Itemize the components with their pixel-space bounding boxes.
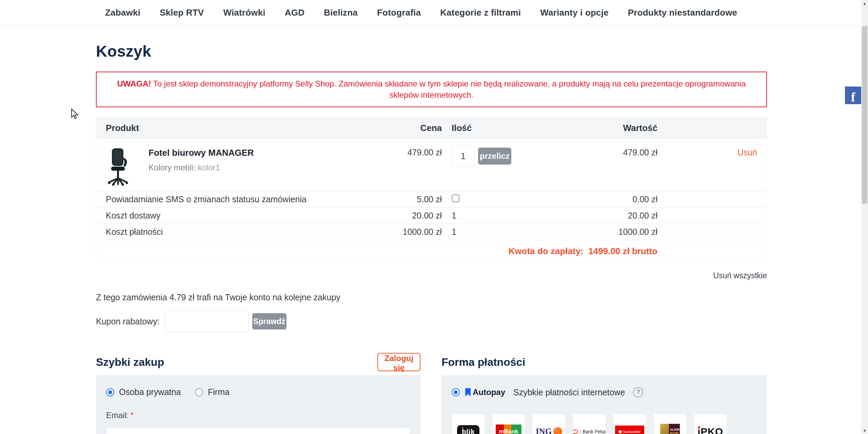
variant-value: kolor1 <box>198 163 220 172</box>
autopay-logo: Autopay <box>465 388 505 397</box>
payment-row-price: 1000.00 zł <box>388 227 442 237</box>
radio-company[interactable] <box>195 388 203 396</box>
nav-item-produkty-niestandardowe[interactable]: Produkty niestandardowe <box>628 7 737 18</box>
top-navigation: Zabawki Sklep RTV Wiatrówki AGD Bielizna… <box>0 0 861 26</box>
coupon-section: Kupon rabatowy: Sprawdź <box>96 310 767 332</box>
coupon-label: Kupon rabatowy: <box>96 317 160 326</box>
mbank-logo: mBank <box>496 424 521 434</box>
ing-lion-icon <box>553 427 562 434</box>
scrollbar-down-arrow-icon[interactable]: ▼ <box>861 427 868 434</box>
mouse-cursor-icon <box>70 109 80 121</box>
sms-row-value: 0.00 zł <box>547 194 657 204</box>
payment-row-value: 1000.00 zł <box>547 227 657 237</box>
remove-item-link[interactable]: Usuń <box>737 148 757 157</box>
nav-item-kategorie-z-filtrami[interactable]: Kategorie z filtrami <box>440 7 521 18</box>
quantity-input[interactable] <box>452 146 475 167</box>
cart-table-header: Produkt Cena Ilość Wartość <box>96 118 767 139</box>
demo-warning-banner: UWAGA!To jest sklep demonstracyjny platf… <box>96 72 767 107</box>
header-product: Produkt <box>106 123 388 133</box>
coupon-input[interactable] <box>165 310 249 332</box>
variant-label: Kolory mebli: <box>149 163 196 172</box>
nav-item-wiatrowki[interactable]: Wiatrówki <box>223 7 265 18</box>
alior-bank-logo: ALIOR BANK <box>660 424 680 434</box>
bank-tile-mbank[interactable]: mBank <box>492 414 525 434</box>
radio-autopay[interactable] <box>452 388 460 396</box>
nav-item-zabawki[interactable]: Zabawki <box>105 7 140 18</box>
loyalty-note: Z tego zamówienia 4.79 zł trafi na Twoje… <box>96 293 767 302</box>
nav-item-bielizna[interactable]: Bielizna <box>324 7 358 18</box>
bank-tile-santander[interactable]: Santander <box>613 414 646 434</box>
page-title: Koszyk <box>96 42 767 60</box>
product-image[interactable] <box>106 148 132 186</box>
total-amount: Kwota do zapłaty: 1499.00 zł brutto <box>106 246 657 257</box>
payment-row-qty: 1 <box>442 227 547 237</box>
radio-private-person-label[interactable]: Osoba prywatna <box>119 387 181 397</box>
radio-company-label[interactable]: Firma <box>208 387 230 397</box>
autopay-icon <box>465 388 471 396</box>
delivery-row-label: Koszt dostawy <box>106 211 388 221</box>
blik-logo: blik <box>457 425 479 434</box>
bank-pekao-logo: | Bank Pekao <box>573 429 606 434</box>
warning-prefix: UWAGA! <box>117 79 151 88</box>
facebook-tab[interactable]: f <box>845 87 861 104</box>
ipko-i: i <box>697 426 701 434</box>
payment-title: Forma płatności <box>441 356 525 369</box>
header-qty: Ilość <box>442 123 547 133</box>
quick-purchase-title: Szybki zakup <box>96 356 164 369</box>
total-value: 1499.00 zł brutto <box>588 246 657 256</box>
ing-text: ING <box>536 427 552 434</box>
cart-table: Produkt Cena Ilość Wartość <box>96 117 767 262</box>
scrollbar-thumb[interactable] <box>862 26 867 204</box>
alior-text-line2: BANK <box>670 432 679 434</box>
ipko-text: PKO <box>701 426 723 434</box>
bank-tile-ing[interactable]: ING <box>532 414 566 434</box>
payment-method-label: Szybkie płatności internetowe <box>513 388 625 397</box>
header-value: Wartość <box>547 123 657 133</box>
pekao-text: Bank Pekao <box>583 429 606 434</box>
email-field[interactable] <box>106 428 410 434</box>
payment-section: Forma płatności Autopay Szybkie płatnośc… <box>441 353 767 434</box>
ing-logo: ING <box>536 427 562 434</box>
product-value: 479.00 zł <box>547 148 657 157</box>
nav-item-agd[interactable]: AGD <box>285 7 304 18</box>
help-icon[interactable]: ? <box>633 387 643 397</box>
email-label: Email:* <box>106 411 410 420</box>
bank-tiles-row-1: blik mBank ING | <box>452 414 757 434</box>
facebook-icon: f <box>851 90 855 105</box>
vertical-scrollbar[interactable]: ▲ ▼ <box>861 0 868 434</box>
bank-tile-blik[interactable]: blik <box>452 414 485 434</box>
delivery-row-price: 20.00 zł <box>388 211 442 221</box>
payment-panel: Autopay Szybkie płatności internetowe ? … <box>441 375 767 434</box>
office-chair-image <box>106 148 132 186</box>
product-variant: Kolory mebli: kolor1 <box>149 163 254 172</box>
nav-item-fotografia[interactable]: Fotografia <box>377 7 421 18</box>
header-price: Cena <box>388 123 442 133</box>
ipko-logo: iPKO <box>697 426 723 434</box>
nav-item-warianty-i-opcje[interactable]: Warianty i opcje <box>540 7 609 18</box>
radio-private-person[interactable] <box>106 388 114 396</box>
bank-tile-bank-pekao[interactable]: | Bank Pekao <box>573 414 606 434</box>
santander-text: Santander <box>623 429 641 434</box>
email-required-mark: * <box>131 411 134 420</box>
scrollbar-up-arrow-icon[interactable]: ▲ <box>861 0 868 7</box>
pekao-bison-icon <box>573 430 578 434</box>
remove-all-link[interactable]: Usuń wszystkie <box>713 271 767 280</box>
product-name[interactable]: Fotel biurowy MANAGER <box>149 148 254 158</box>
delivery-cost-row: Koszt dostawy 20.00 zł 1 20.00 zł <box>96 208 767 224</box>
nav-item-sklep-rtv[interactable]: Sklep RTV <box>160 7 204 18</box>
payment-cost-row: Koszt płatności 1000.00 zł 1 1000.00 zł <box>96 224 767 240</box>
quick-purchase-panel: Osoba prywatna Firma Email:* Imię:* Nazw… <box>96 375 420 434</box>
bank-tile-alior-bank[interactable]: ALIOR BANK <box>653 414 687 434</box>
bank-tile-ipko[interactable]: iPKO <box>694 414 727 434</box>
demo-warning-text: UWAGA!To jest sklep demonstracyjny platf… <box>117 78 746 100</box>
coupon-check-button[interactable]: Sprawdź <box>252 313 287 329</box>
recalculate-button[interactable]: przelicz <box>478 148 511 165</box>
payment-row-label: Koszt płatności <box>106 227 388 237</box>
sms-checkbox[interactable] <box>452 194 459 202</box>
email-label-text: Email: <box>106 411 129 420</box>
delivery-row-qty: 1 <box>442 211 547 221</box>
login-button[interactable]: Zaloguj się <box>377 353 420 371</box>
total-label: Kwota do zapłaty: <box>509 246 584 256</box>
product-price: 479.00 zł <box>388 148 442 157</box>
warning-body: To jest sklep demonstracyjny platformy S… <box>153 79 746 99</box>
